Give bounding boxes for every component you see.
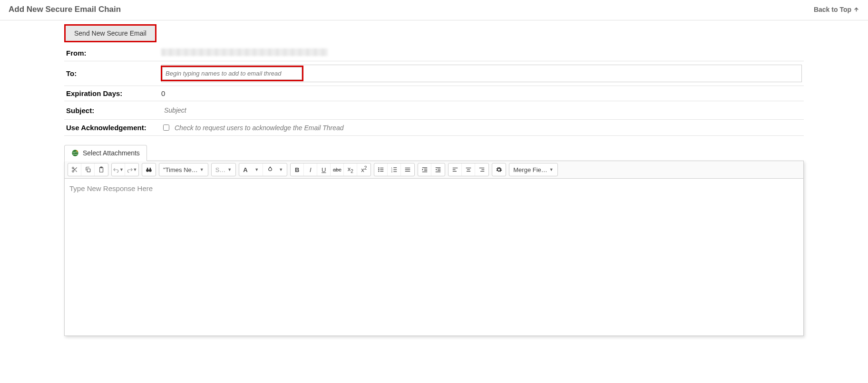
page-header: Add New Secure Email Chain Back to Top <box>0 0 868 20</box>
svg-text:3: 3 <box>391 171 392 173</box>
subject-row: Subject: <box>64 101 804 120</box>
font-size-select[interactable]: S…▼ <box>212 163 236 176</box>
align-center-icon <box>465 166 472 173</box>
from-row: From: <box>64 45 804 61</box>
font-color-select[interactable]: ▼ <box>263 163 287 176</box>
font-family-select[interactable]: "Times Ne…▼ <box>159 163 208 176</box>
paste-button[interactable] <box>95 163 108 176</box>
droplet-icon <box>267 166 273 173</box>
copy-button[interactable] <box>81 163 95 176</box>
svg-rect-35 <box>453 171 457 172</box>
font-style-select[interactable]: A▼ <box>239 163 263 176</box>
svg-rect-26 <box>424 169 427 169</box>
select-attachments-label: Select Attachments <box>83 149 140 157</box>
bullet-list-icon <box>378 166 384 173</box>
to-input[interactable] <box>162 67 302 80</box>
expiration-row: Expiration Days: 0 <box>64 86 804 101</box>
svg-rect-40 <box>482 169 485 170</box>
acknowledgement-row: Use Acknowledgement: Check to request us… <box>64 120 804 136</box>
svg-rect-37 <box>467 169 470 170</box>
acknowledgement-checkbox[interactable] <box>163 124 169 131</box>
svg-rect-34 <box>453 169 456 170</box>
svg-point-10 <box>378 167 379 168</box>
cut-button[interactable] <box>68 163 81 176</box>
indent-button[interactable] <box>418 163 431 176</box>
svg-rect-33 <box>453 168 458 168</box>
from-value-redacted <box>161 48 328 56</box>
undo-button[interactable]: ▼ <box>112 163 125 176</box>
rich-text-editor: ▼ ▼ "Times Ne…▼ S…▼ A▼ ▼ B <box>64 161 804 336</box>
subscript-button[interactable]: x2 <box>344 163 357 176</box>
svg-rect-23 <box>405 169 410 170</box>
find-button[interactable] <box>142 163 156 176</box>
editor-body[interactable]: Type New Response Here <box>65 179 803 335</box>
superscript-button[interactable]: x2 <box>357 163 371 176</box>
email-form-table: From: To: Expiration Days: 0 Subject: Us… <box>64 45 804 136</box>
expiration-value: 0 <box>159 86 804 101</box>
svg-rect-41 <box>480 171 484 172</box>
align-center-button[interactable] <box>462 163 475 176</box>
numbered-list-icon: 123 <box>391 166 398 173</box>
editor-toolbar: ▼ ▼ "Times Ne…▼ S…▼ A▼ ▼ B <box>65 161 803 179</box>
redo-button[interactable]: ▼ <box>125 163 138 176</box>
gear-icon <box>496 166 502 173</box>
align-justify-button[interactable] <box>401 163 414 176</box>
svg-point-11 <box>378 169 379 170</box>
svg-rect-14 <box>380 169 383 170</box>
svg-rect-24 <box>405 171 410 172</box>
scissors-icon <box>71 166 78 173</box>
send-new-secure-email-button[interactable]: Send New Secure Email <box>64 24 156 42</box>
svg-rect-8 <box>147 168 148 170</box>
undo-icon <box>113 166 119 173</box>
subject-label: Subject: <box>64 101 159 120</box>
numbered-list-button[interactable]: 123 <box>388 163 401 176</box>
svg-rect-21 <box>393 172 397 172</box>
svg-rect-39 <box>479 168 485 168</box>
align-left-button[interactable] <box>449 163 462 176</box>
globe-attach-icon <box>71 149 79 157</box>
svg-point-1 <box>72 167 74 169</box>
acknowledgement-label: Use Acknowledgement: <box>64 120 159 136</box>
svg-rect-38 <box>467 171 470 172</box>
binoculars-icon <box>146 166 152 173</box>
svg-rect-13 <box>380 168 383 168</box>
svg-rect-22 <box>405 168 410 168</box>
subject-input[interactable] <box>161 105 802 116</box>
underline-button[interactable]: U <box>317 163 331 176</box>
page-title: Add New Secure Email Chain <box>9 5 121 14</box>
merge-fields-select[interactable]: Merge Fie…▼ <box>509 163 557 176</box>
align-justify-icon <box>404 166 411 173</box>
back-to-top-label: Back to Top <box>814 6 851 13</box>
svg-rect-19 <box>393 167 397 168</box>
svg-rect-25 <box>422 167 428 168</box>
outdent-button[interactable] <box>431 163 445 176</box>
expiration-label: Expiration Days: <box>64 86 159 101</box>
indent-icon <box>421 166 428 173</box>
bullet-list-button[interactable] <box>374 163 388 176</box>
bold-button[interactable]: B <box>291 163 304 176</box>
select-attachments-button[interactable]: Select Attachments <box>64 145 147 161</box>
redo-icon <box>127 166 133 173</box>
arrow-up-icon <box>853 7 859 13</box>
acknowledgement-text: Check to request users to acknowledge th… <box>175 124 344 132</box>
italic-button[interactable]: I <box>304 163 317 176</box>
svg-rect-15 <box>380 171 383 172</box>
clipboard-icon <box>98 166 105 173</box>
back-to-top-link[interactable]: Back to Top <box>814 6 859 13</box>
svg-rect-30 <box>438 169 440 169</box>
strikethrough-button[interactable]: abc <box>331 163 344 176</box>
svg-rect-31 <box>438 170 440 171</box>
to-label: To: <box>64 61 159 86</box>
svg-rect-32 <box>436 172 441 172</box>
svg-rect-9 <box>150 168 151 170</box>
svg-point-12 <box>378 171 379 172</box>
svg-point-2 <box>72 171 74 172</box>
copy-icon <box>85 166 91 173</box>
svg-rect-20 <box>393 169 397 170</box>
to-row: To: <box>64 61 804 86</box>
svg-rect-28 <box>422 172 428 172</box>
align-right-button[interactable] <box>475 163 488 176</box>
settings-button[interactable] <box>492 163 506 176</box>
svg-rect-27 <box>424 170 427 171</box>
svg-rect-36 <box>466 168 471 168</box>
